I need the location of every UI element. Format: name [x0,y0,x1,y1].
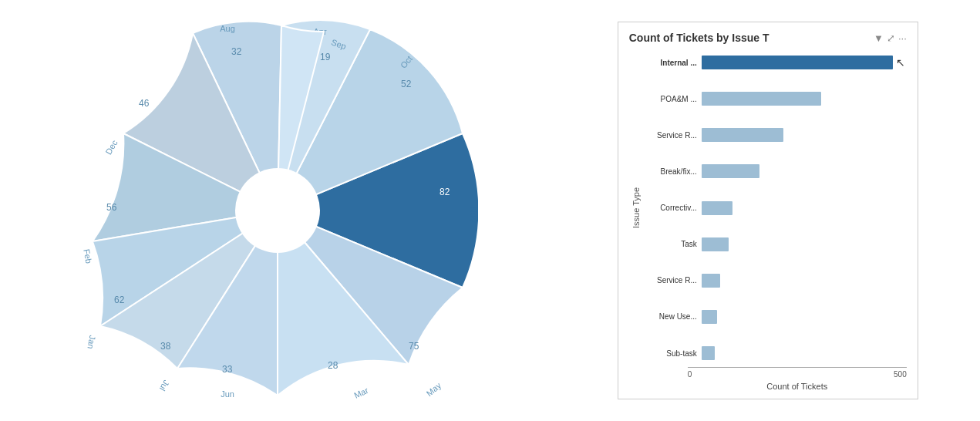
segment-jan-value: 62 [114,295,125,305]
bar-track [702,310,907,324]
bar-fill[interactable] [702,56,893,69]
more-icon[interactable]: ··· [898,32,907,44]
bar-chart-title: Count of Tickets by Issue T [629,32,770,44]
bar-row: New Use... [646,306,907,328]
segment-aug-label: Aug [220,24,235,33]
cursor: ↖ [896,57,905,68]
bar-rows: Internal ...↖POA&M ...Service R...Break/… [646,52,907,364]
segment-may-value: 75 [409,341,419,352]
segment-jul-value: 38 [160,341,171,352]
bar-row: Task [646,234,907,255]
bar-label: Internal ... [646,59,702,67]
segment-mar-value: 28 [328,360,338,371]
bar-fill[interactable] [702,164,759,178]
x-axis: 0 500 Count of Tickets [629,367,907,391]
bar-label: Service R... [646,131,702,140]
bar-label: Correctiv... [646,204,702,212]
bar-label: Task [646,240,702,248]
bar-label: Sub-task [646,349,702,358]
bar-row: Internal ...↖ [646,52,907,73]
bar-fill[interactable] [702,128,783,142]
segment-nov-label: Nov [468,206,478,222]
bar-row: Sub-task [646,342,907,364]
chart-actions: ▼ ⤢ ··· [874,32,907,44]
bar-track [702,346,907,360]
bar-track [702,92,907,106]
y-axis-label: Issue Type [629,52,643,364]
segment-jun-label: Jun [221,389,234,399]
bar-row: Correctiv... [646,197,907,219]
bar-chart-panel: Count of Tickets by Issue T ▼ ⤢ ··· Issu… [618,22,918,399]
bar-fill[interactable] [702,201,732,215]
bar-track [702,128,907,142]
bar-row: Break/fix... [646,160,907,182]
segment-may-label: May [425,380,443,398]
bar-fill[interactable] [702,346,715,360]
segment-dec-label: Dec [104,138,120,156]
segment-jul-label: Jul [158,379,171,392]
x-tick-0: 0 [688,370,692,379]
bar-row: Service R... [646,124,907,146]
radial-center [235,168,320,253]
x-tick-500: 500 [894,370,907,379]
bar-fill[interactable] [702,237,729,251]
bar-track [702,237,907,251]
segment-mar-label: Mar [352,386,370,400]
bar-track: ↖ [702,56,907,69]
segment-oct-value: 52 [401,79,412,89]
segment-feb-label: Feb [83,248,94,264]
radial-chart: Nov 82 Oct 52 Apr 32 Aug 32 Sep 19 Dec 4… [62,10,493,411]
segment-aug-value: 32 [231,46,242,57]
bar-track [702,201,907,215]
segment-feb-value: 56 [106,202,117,213]
bar-fill[interactable] [702,274,720,288]
bar-label: New Use... [646,312,702,321]
segment-dec-value: 46 [139,98,150,109]
bar-fill[interactable] [702,310,717,324]
segment-jan-label: Jan [86,335,98,350]
bar-row: Service R... [646,270,907,291]
filter-icon[interactable]: ▼ [874,32,884,44]
bar-track [702,274,907,288]
bar-row: POA&M ... [646,88,907,109]
x-axis-label: Count of Tickets [688,382,907,391]
bar-track [702,164,907,178]
segment-sep-value: 19 [320,52,331,62]
segment-jun-value: 33 [222,364,233,375]
segment-nov-value: 82 [439,187,450,197]
bar-label: POA&M ... [646,95,702,103]
bar-fill[interactable] [702,92,821,106]
expand-icon[interactable]: ⤢ [887,32,895,44]
bar-label: Break/fix... [646,167,702,176]
bar-label: Service R... [646,276,702,285]
